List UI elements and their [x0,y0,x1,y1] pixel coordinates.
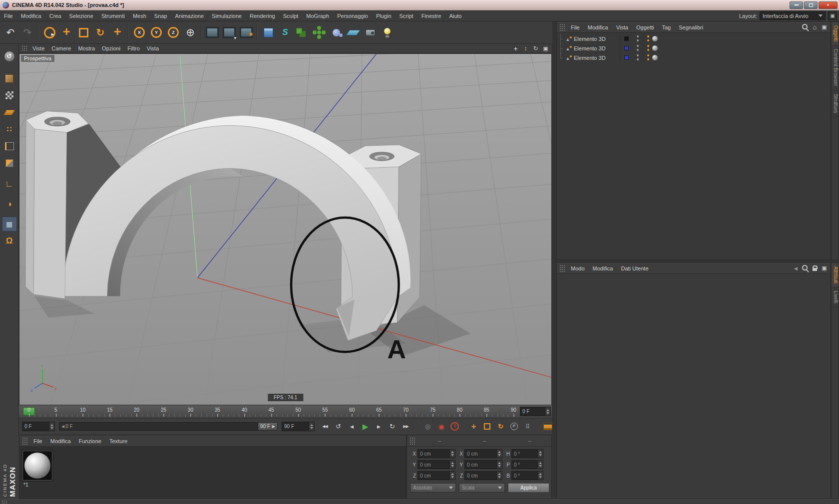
key-pla-toggle[interactable] [521,421,534,432]
add-spline-button[interactable] [277,22,294,42]
dock-tab[interactable]: Livelli [832,287,839,307]
coord-field[interactable]: 0 cm [418,471,455,480]
attributes-menu-item[interactable]: Modifica [589,265,617,271]
coord-field[interactable]: 0 ° [511,460,543,469]
coord-system-button[interactable] [182,22,199,42]
make-editable-button[interactable] [2,49,17,64]
layer-color-chip[interactable] [624,36,629,41]
object-label[interactable]: Elemento 3D [572,55,620,61]
end-frame-field[interactable]: 90 F [282,422,315,431]
object-row[interactable]: Elemento 3D [557,53,831,62]
menu-item[interactable]: Plugin [372,13,396,19]
z-axis-lock-button[interactable]: Z [165,22,182,42]
object-manager-menu-item[interactable]: Tag [658,24,675,30]
menu-item[interactable]: Snap [150,13,171,19]
key-position-toggle[interactable] [467,421,480,432]
material-thumbnail[interactable] [22,451,52,481]
menu-item[interactable]: Modifica [17,13,45,19]
object-manager-menu-item[interactable]: File [567,24,584,30]
enable-dots-icon[interactable] [647,35,650,42]
menu-item[interactable]: Mesh [129,13,150,19]
enable-dots-icon[interactable] [647,54,650,61]
phong-tag-icon[interactable] [652,55,658,60]
workplane-lock-button[interactable] [2,217,17,232]
zoom-view-icon[interactable] [521,45,530,52]
axis-mode-button[interactable] [2,177,17,192]
viewport-canvas[interactable]: Y X Z A Prospettiva FPS : 74.1 [19,53,552,405]
coord-scale-select[interactable]: Scala [459,483,505,493]
timeline-ruler[interactable]: 051015202530354045505560657075808590 0 F [19,405,552,418]
menu-item[interactable]: Simulazione [208,13,246,19]
coord-field[interactable]: 0 ° [511,449,543,458]
move-tool-button[interactable] [58,22,75,42]
viewport-menu-item[interactable]: Vista [143,45,162,51]
live-selection-button[interactable] [41,22,58,42]
viewport-menu-item[interactable]: Filtro [124,45,143,51]
scale-tool-button[interactable] [75,22,92,42]
object-label[interactable]: Elemento 3D [572,36,620,42]
menu-item[interactable]: Strumenti [97,13,129,19]
redo-button[interactable] [19,22,36,42]
undo-button[interactable] [2,22,19,42]
layer-color-chip[interactable] [624,55,629,60]
search-icon[interactable] [801,23,810,31]
materials-menu-item[interactable]: Modifica [46,438,75,444]
model-mode-button[interactable] [2,71,17,86]
normal-mode-button[interactable] [2,197,17,212]
play-reverse-button[interactable] [332,421,345,432]
menu-item[interactable]: Rendering [246,13,279,19]
key-parameter-toggle[interactable] [508,421,520,432]
viewport-menu-item[interactable]: Mostra [74,45,98,51]
menu-item[interactable]: Aiuto [445,13,465,19]
layer-color-chip[interactable] [624,46,629,50]
panel-grip[interactable] [410,437,416,445]
menu-item[interactable]: Crea [45,13,65,19]
enable-dots-icon[interactable] [647,45,650,51]
polygons-mode-button[interactable] [2,156,17,171]
timeline-film-button[interactable] [541,421,554,432]
menu-item[interactable]: Sculpt [279,13,303,19]
step-forward-button[interactable] [373,421,385,432]
attributes-menu-item[interactable]: Dati Utente [617,265,653,271]
viewport-menu-item[interactable]: Opzioni [98,45,124,51]
home-icon[interactable] [811,23,819,31]
y-axis-lock-button[interactable]: Y [148,22,165,42]
menu-item[interactable]: Personaggio [333,13,372,19]
add-metaball-button[interactable] [328,22,345,42]
object-row[interactable]: Elemento 3D [557,43,831,53]
range-start-handle-icon[interactable]: ◀ [59,424,65,429]
goto-end-button[interactable] [400,421,412,432]
lock-icon[interactable] [811,264,819,272]
render-view-button[interactable] [204,22,221,42]
points-mode-button[interactable] [2,122,17,137]
object-row[interactable]: Elemento 3D [557,34,831,43]
menu-item[interactable]: MoGraph [302,13,333,19]
key-scale-toggle[interactable] [481,421,493,432]
object-manager-menu-item[interactable]: Modifica [584,24,612,30]
attributes-menu-item[interactable]: Modo [567,265,589,271]
history-back-icon[interactable] [792,264,800,272]
phong-tag-icon[interactable] [652,36,658,41]
menu-item[interactable]: Script [396,13,418,19]
dock-tab[interactable]: Struttura [832,90,839,117]
goto-start-button[interactable] [319,421,331,432]
texture-mode-button[interactable] [2,88,17,103]
add-camera-button[interactable] [362,22,379,42]
menu-item[interactable]: File [0,13,17,19]
play-button[interactable] [359,421,372,432]
material-item[interactable]: *1 [22,451,54,489]
autokey-button[interactable] [435,421,447,432]
add-cube-button[interactable] [260,22,277,42]
viewport-menu-item[interactable]: Viste [29,45,48,51]
coord-mode-select[interactable]: Assoluto [410,483,456,493]
loop-button[interactable] [386,421,399,432]
add-mograph-button[interactable] [311,22,328,42]
coord-field[interactable]: 0 ° [511,471,543,480]
record-keyframe-button[interactable] [421,421,434,432]
current-frame-field[interactable]: 0 F [22,422,55,431]
frame-spinner[interactable]: 0 F [520,407,551,416]
apply-button[interactable]: Applica [508,483,549,493]
dock-tab[interactable]: Oggetti [832,22,839,45]
frame-range-slider[interactable]: ◀ 0 F 90 F [59,422,278,431]
panel-grip[interactable] [22,437,28,445]
